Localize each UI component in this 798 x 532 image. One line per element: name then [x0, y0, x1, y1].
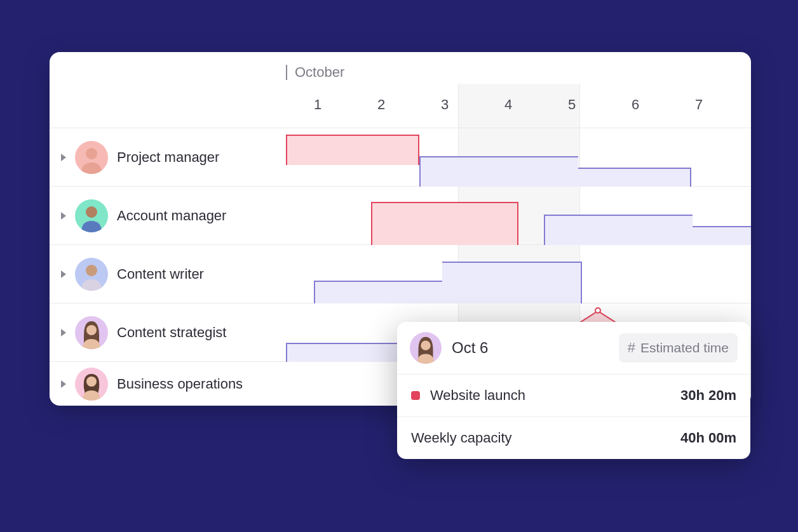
workload-bar[interactable]	[442, 262, 582, 303]
role-label: Content strategist	[117, 324, 226, 341]
workload-bar[interactable]	[286, 343, 413, 362]
avatar	[75, 141, 108, 174]
role-label: Project manager	[117, 149, 219, 166]
peak-dot-icon	[595, 307, 601, 314]
item-value: 40h 00m	[680, 430, 736, 446]
role-label: Account manager	[117, 208, 226, 224]
svg-point-5	[421, 340, 430, 350]
tooltip-item[interactable]: Website launch 30h 20m	[397, 375, 750, 417]
days-row: 1 2 3 4 5 6 7 8	[286, 89, 751, 121]
svg-point-0	[86, 148, 97, 159]
resource-row[interactable]: Account manager	[50, 187, 751, 245]
item-label: Weekly capacity	[411, 430, 680, 446]
workload-bar[interactable]	[419, 156, 578, 187]
workload-tooltip: Oct 6 # Estimated time Website launch 30…	[397, 322, 750, 459]
day-label[interactable]: 4	[477, 89, 540, 121]
workload-bar[interactable]	[578, 168, 691, 187]
chevron-right-icon[interactable]	[61, 329, 66, 336]
day-label[interactable]: 3	[413, 89, 477, 121]
avatar	[75, 368, 108, 401]
item-value: 30h 20m	[680, 387, 736, 404]
workload-bar[interactable]	[693, 226, 751, 245]
svg-point-2	[86, 265, 97, 276]
month-label: October	[295, 64, 344, 81]
workload-bar[interactable]	[544, 215, 693, 245]
chevron-right-icon[interactable]	[61, 154, 66, 161]
chevron-right-icon[interactable]	[61, 212, 66, 220]
month-marker: October	[286, 62, 344, 83]
tooltip-date: Oct 6	[452, 339, 609, 357]
day-label[interactable]: 7	[667, 89, 731, 121]
tooltip-item: Weekly capacity 40h 00m	[397, 417, 750, 459]
hash-icon: #	[628, 340, 635, 356]
day-label[interactable]: 8	[731, 89, 751, 121]
tooltip-header: Oct 6 # Estimated time	[397, 322, 750, 375]
svg-point-1	[86, 206, 97, 218]
month-tick	[286, 65, 287, 80]
project-color-dot	[411, 391, 420, 400]
avatar	[75, 199, 108, 232]
day-label[interactable]: 5	[540, 89, 604, 121]
day-label[interactable]: 1	[286, 89, 349, 121]
estimated-time-chip[interactable]: # Estimated time	[619, 333, 738, 362]
role-label: Content writer	[117, 266, 204, 283]
resource-row[interactable]: Content writer	[50, 245, 751, 303]
item-label: Website launch	[430, 387, 680, 404]
timeline-header: October 1 2 3 4 5 6 7 8	[50, 52, 751, 128]
svg-point-3	[86, 325, 97, 335]
chevron-right-icon[interactable]	[61, 380, 66, 388]
workload-bar[interactable]	[371, 202, 518, 245]
chip-label: Estimated time	[640, 340, 729, 356]
resource-row[interactable]: Project manager	[50, 128, 751, 187]
avatar	[75, 316, 108, 349]
workload-bar[interactable]	[286, 135, 419, 165]
avatar	[410, 332, 442, 364]
avatar	[75, 258, 108, 291]
day-label[interactable]: 2	[349, 89, 413, 121]
role-label: Business operations	[117, 376, 243, 392]
chevron-right-icon[interactable]	[61, 270, 66, 278]
svg-point-4	[86, 376, 97, 387]
day-label[interactable]: 6	[604, 89, 667, 121]
workload-bar[interactable]	[314, 281, 442, 303]
